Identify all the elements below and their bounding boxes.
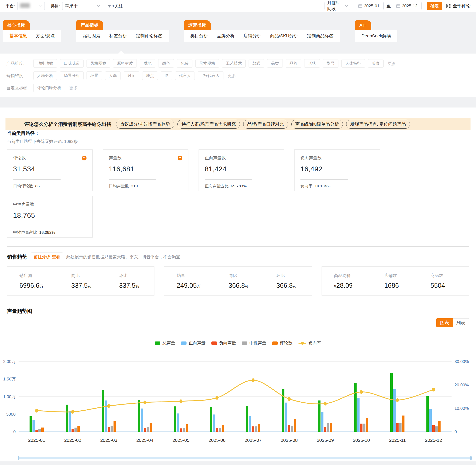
nav-tab[interactable]: 方面/观点 xyxy=(36,33,55,39)
y-axis-tick-left: 0 xyxy=(13,429,16,434)
filter-chip[interactable]: 口味味道 xyxy=(60,59,84,68)
category-label: 类目: xyxy=(51,3,60,9)
nav-tab[interactable]: DeepSeek解读 xyxy=(361,33,391,39)
filter-chip[interactable]: 人体特征 xyxy=(341,59,365,68)
platform-select[interactable] xyxy=(17,2,45,10)
sales-stat: 销量249.05万 xyxy=(177,273,201,289)
x-axis-label: 2025-11 xyxy=(389,438,406,443)
stat-card-footer-label: 中性声量占比 xyxy=(13,230,37,235)
filter-chip[interactable]: 型号 xyxy=(323,59,338,68)
help-icon[interactable]: ? xyxy=(178,156,182,160)
filter-chip[interactable]: 评论口味分析 xyxy=(33,84,65,92)
filter-chip[interactable]: 工艺技术 xyxy=(222,59,246,68)
chevron-down-icon xyxy=(39,4,42,7)
nav-tab[interactable]: 定制商品标签 xyxy=(307,33,333,39)
nav-group-panel: 驱动因素标签分析定制评论标签 xyxy=(76,30,169,42)
bar xyxy=(390,373,393,432)
banner-button[interactable]: 特征人群/场景产品需求研究 xyxy=(177,120,240,128)
stat-card-footer: 中性声量占比16.082% xyxy=(13,230,87,235)
platform-label: 平台: xyxy=(5,3,15,9)
nav-tab[interactable]: 基本信息 xyxy=(9,33,27,39)
nav-group: 产品指标驱动因素标签分析定制评论标签 xyxy=(76,20,169,42)
page: 平台: 类目: 苹果干 ♥ +关注 月度时间段 2025-01 至 xyxy=(0,0,476,465)
filter-chip[interactable]: 人群 xyxy=(105,72,121,80)
nav-tab[interactable]: 商品/SKU分析 xyxy=(270,33,298,39)
filter-chip[interactable]: 颜色 xyxy=(158,59,174,68)
filter-chip[interactable]: 功能功效 xyxy=(33,59,57,68)
more-link[interactable]: 更多 xyxy=(69,84,78,92)
filter-chip[interactable]: IP+代言人 xyxy=(198,72,223,80)
filter-chip[interactable]: 形状 xyxy=(304,59,320,68)
legend-item[interactable]: 负向率 xyxy=(298,340,321,346)
confirm-button[interactable]: 确定 xyxy=(427,2,442,10)
datazoom-handle-left[interactable] xyxy=(18,456,19,460)
filter-chip[interactable]: 人群分析 xyxy=(33,72,57,80)
filter-chip[interactable]: 代言人 xyxy=(175,72,195,80)
date-from-input[interactable]: 2025-01 xyxy=(356,2,384,10)
more-link[interactable]: 更多 xyxy=(388,59,396,68)
filter-row-label: 自定义标签: xyxy=(6,84,33,92)
period-select[interactable]: 月度时间段 xyxy=(324,2,350,10)
stat-card-footer-label: 日均评论数 xyxy=(13,184,33,188)
filter-chip[interactable]: 风格图案 xyxy=(87,59,110,68)
banner-button[interactable]: 发现产品槽点, 定位问题产品 xyxy=(346,120,410,128)
legend-item[interactable]: 中性声量 xyxy=(242,340,266,346)
filter-chip[interactable]: 场景分析 xyxy=(60,72,84,80)
category-select[interactable]: 苹果干 xyxy=(62,2,102,10)
go-analyze-button[interactable]: 前往分析+查看 xyxy=(31,253,63,261)
volume-chart-canvas: 2.00万1.50万1.00万5000030.00%20.00%10.00%02… xyxy=(0,346,476,451)
sales-stat-unit: % xyxy=(88,284,91,289)
nav-tab[interactable]: 标签分析 xyxy=(109,33,127,39)
stat-card-title: 评论数 xyxy=(13,155,26,161)
datazoom-handle-right[interactable] xyxy=(470,456,472,460)
x-axis-label: 2025-05 xyxy=(172,438,189,443)
bar xyxy=(438,421,441,432)
banner-button[interactable]: 热议成分/功效找产品趋势 xyxy=(116,120,174,128)
filter-chip[interactable]: 地点 xyxy=(142,72,158,80)
line-point xyxy=(71,410,74,414)
filter-chip[interactable]: 时间 xyxy=(124,72,139,80)
nav-tab[interactable]: 店铺分析 xyxy=(244,33,261,39)
filter-chip[interactable]: 包装 xyxy=(177,59,192,68)
legend-item[interactable]: 正向声量 xyxy=(181,340,206,346)
help-icon[interactable]: ? xyxy=(82,156,87,160)
banner-button[interactable]: 商品级/sku级单品分析 xyxy=(291,120,343,128)
y-axis-tick-right: 20.00% xyxy=(454,383,469,387)
toggle-chart-view[interactable]: 图表 xyxy=(436,318,453,327)
bar xyxy=(402,415,404,432)
all-comments-button[interactable]: 全部评论 xyxy=(446,3,471,9)
filter-chip[interactable]: IP xyxy=(161,72,172,80)
stat-card-footer-value: 86 xyxy=(35,184,40,188)
filter-chip[interactable]: 款式 xyxy=(249,59,264,68)
bar xyxy=(102,390,104,432)
bar xyxy=(138,400,140,432)
sales-card: 商品均价¥28.09店铺数1686商品数5504 xyxy=(321,266,469,296)
sales-note: 此处展示的销售数据只覆盖天猫、京东、抖音平台，不含淘宝 xyxy=(66,254,180,260)
legend-item[interactable]: 总声量 xyxy=(155,340,175,346)
datazoom-slider[interactable] xyxy=(19,457,471,459)
more-link[interactable]: 更多 xyxy=(228,72,236,80)
stat-card-value: 18,765 xyxy=(13,211,87,219)
banner-button[interactable]: 品牌/产品口碑对比 xyxy=(243,120,288,128)
filter-chip[interactable]: 原料材质 xyxy=(113,59,137,68)
filter-chip[interactable]: 美食 xyxy=(368,59,384,68)
legend-item[interactable]: 负向声量 xyxy=(211,340,236,346)
toggle-list-view[interactable]: 列表 xyxy=(453,318,469,327)
sales-stat: 环比337.5% xyxy=(119,273,139,289)
filter-chip[interactable]: 品类 xyxy=(267,59,283,68)
legend-item[interactable]: 评论数 xyxy=(272,340,292,346)
filter-chip[interactable]: 尺寸规格 xyxy=(195,59,219,68)
sales-stat-value: 249.05万 xyxy=(177,282,201,289)
bar xyxy=(41,427,44,432)
line-series xyxy=(37,380,434,412)
follow-button[interactable]: ♥ +关注 xyxy=(108,3,123,9)
nav-tab[interactable]: 驱动因素 xyxy=(83,33,100,39)
filter-chip-list: 功能功效口味味道风格图案原料材质质地颜色包装尺寸规格工艺技术款式品类品牌形状型号… xyxy=(33,59,396,68)
nav-tab[interactable]: 类目分析 xyxy=(190,33,208,39)
filter-chip[interactable]: 场景 xyxy=(87,72,102,80)
date-to-input[interactable]: 2025-12 xyxy=(394,2,421,10)
filter-chip[interactable]: 质地 xyxy=(140,59,155,68)
nav-tab[interactable]: 定制评论标签 xyxy=(136,33,163,39)
filter-chip[interactable]: 品牌 xyxy=(286,59,301,68)
nav-tab[interactable]: 品牌分析 xyxy=(217,33,235,39)
